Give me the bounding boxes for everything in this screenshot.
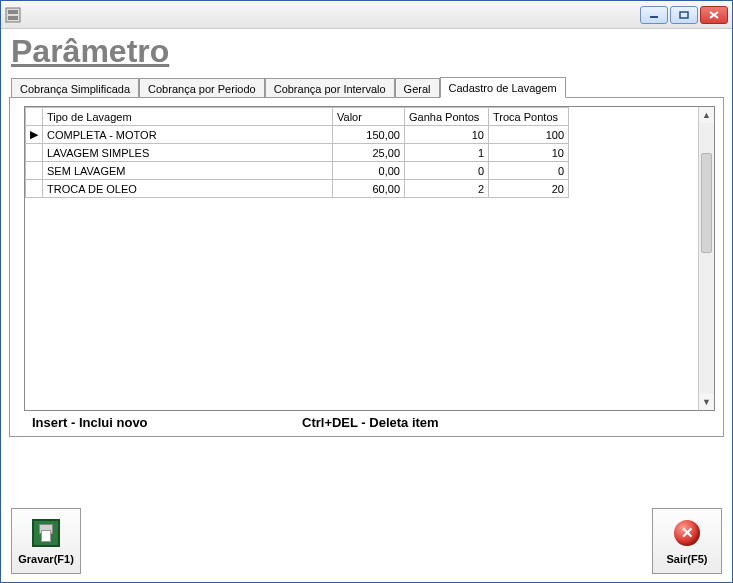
window-buttons (640, 6, 728, 24)
cell-tipo[interactable]: LAVAGEM SIMPLES (43, 144, 333, 162)
table-row[interactable]: ▶COMPLETA - MOTOR150,0010100 (26, 126, 569, 144)
tab-cadastro-lavagem[interactable]: Cadastro de Lavagem (440, 77, 566, 98)
floppy-icon (30, 517, 62, 549)
tab-cobranca-intervalo[interactable]: Cobrança por Intervalo (265, 78, 395, 98)
table-row[interactable]: SEM LAVAGEM0,0000 (26, 162, 569, 180)
svg-rect-4 (680, 12, 688, 18)
cell-troca[interactable]: 20 (489, 180, 569, 198)
cell-ganha[interactable]: 10 (405, 126, 489, 144)
client-area: Parâmetro Cobrança Simplificada Cobrança… (1, 29, 732, 582)
cell-valor[interactable]: 25,00 (333, 144, 405, 162)
keyboard-hints: Insert - Inclui novo Ctrl+DEL - Deleta i… (32, 415, 713, 430)
maximize-button[interactable] (670, 6, 698, 24)
tab-cobranca-periodo[interactable]: Cobrança por Periodo (139, 78, 265, 98)
scroll-thumb[interactable] (701, 153, 712, 253)
exit-button[interactable]: ✕ Sair(F5) (652, 508, 722, 574)
cell-ganha[interactable]: 0 (405, 162, 489, 180)
grid-header-row: Tipo de Lavagem Valor Ganha Pontos Troca… (26, 108, 569, 126)
save-button-label: Gravar(F1) (18, 553, 74, 565)
close-button[interactable] (700, 6, 728, 24)
row-marker: ▶ (26, 126, 43, 144)
tab-cobranca-simplificada[interactable]: Cobrança Simplificada (11, 78, 139, 98)
grid-header-tipo[interactable]: Tipo de Lavagem (43, 108, 333, 126)
cell-tipo[interactable]: TROCA DE OLEO (43, 180, 333, 198)
cell-tipo[interactable]: SEM LAVAGEM (43, 162, 333, 180)
grid-header-troca[interactable]: Troca Pontos (489, 108, 569, 126)
table-row[interactable]: LAVAGEM SIMPLES25,00110 (26, 144, 569, 162)
hint-insert: Insert - Inclui novo (32, 415, 302, 430)
scroll-down-arrow-icon[interactable]: ▼ (699, 394, 714, 410)
titlebar (1, 1, 732, 29)
minimize-button[interactable] (640, 6, 668, 24)
cell-valor[interactable]: 60,00 (333, 180, 405, 198)
cell-valor[interactable]: 150,00 (333, 126, 405, 144)
tab-geral[interactable]: Geral (395, 78, 440, 98)
cell-ganha[interactable]: 2 (405, 180, 489, 198)
scroll-track[interactable] (699, 123, 714, 394)
app-icon (5, 7, 21, 23)
cell-tipo[interactable]: COMPLETA - MOTOR (43, 126, 333, 144)
hint-delete: Ctrl+DEL - Deleta item (302, 415, 439, 430)
scroll-up-arrow-icon[interactable]: ▲ (699, 107, 714, 123)
row-marker (26, 162, 43, 180)
grid-vertical-scrollbar[interactable]: ▲ ▼ (698, 107, 714, 410)
svg-rect-1 (8, 10, 18, 14)
table-row[interactable]: TROCA DE OLEO60,00220 (26, 180, 569, 198)
exit-button-label: Sair(F5) (667, 553, 708, 565)
cell-troca[interactable]: 0 (489, 162, 569, 180)
row-marker (26, 144, 43, 162)
tabstrip: Cobrança Simplificada Cobrança por Perio… (11, 76, 724, 97)
bottom-toolbar: Gravar(F1) ✕ Sair(F5) (9, 508, 724, 574)
row-marker (26, 180, 43, 198)
cell-troca[interactable]: 10 (489, 144, 569, 162)
grid-lavagem[interactable]: Tipo de Lavagem Valor Ganha Pontos Troca… (24, 106, 715, 411)
cell-ganha[interactable]: 1 (405, 144, 489, 162)
cell-troca[interactable]: 100 (489, 126, 569, 144)
tabpanel-cadastro-lavagem: Tipo de Lavagem Valor Ganha Pontos Troca… (9, 97, 724, 437)
grid-header-valor[interactable]: Valor (333, 108, 405, 126)
grid-header-ganha[interactable]: Ganha Pontos (405, 108, 489, 126)
cell-valor[interactable]: 0,00 (333, 162, 405, 180)
page-title: Parâmetro (11, 33, 724, 70)
grid-header-marker (26, 108, 43, 126)
save-button[interactable]: Gravar(F1) (11, 508, 81, 574)
close-icon: ✕ (671, 517, 703, 549)
svg-rect-2 (8, 16, 18, 20)
window-frame: Parâmetro Cobrança Simplificada Cobrança… (0, 0, 733, 583)
